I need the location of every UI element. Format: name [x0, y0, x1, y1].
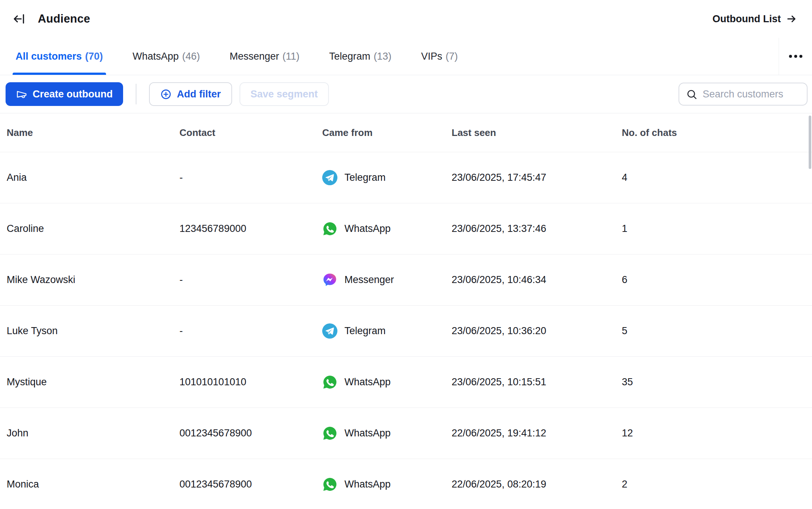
tabs-overflow-menu-button[interactable] [779, 38, 812, 75]
tab-label: WhatsApp [133, 51, 179, 62]
tab-all-customers[interactable]: All customers (70) [16, 38, 103, 75]
table-row[interactable]: Ania - Telegram 23/06/2025, 17:45:47 4 [0, 152, 812, 203]
create-outbound-button[interactable]: Create outbound [6, 82, 123, 106]
cell-no-of-chats: 12 [622, 428, 812, 439]
search-customers-field[interactable] [679, 83, 808, 106]
tab-count: (46) [182, 51, 200, 62]
channel-label: Telegram [344, 172, 386, 183]
tab-label: Telegram [329, 51, 370, 62]
cell-no-of-chats: 4 [622, 172, 812, 183]
page-title: Audience [38, 12, 90, 26]
tab-telegram[interactable]: Telegram (13) [329, 38, 392, 75]
arrow-right-icon [786, 13, 797, 24]
channel-label: Messenger [344, 274, 394, 286]
add-filter-button[interactable]: Add filter [149, 82, 232, 106]
cell-name: John [7, 428, 179, 439]
cell-came-from: Telegram [322, 323, 452, 339]
cell-no-of-chats: 5 [622, 325, 812, 337]
save-segment-label: Save segment [251, 89, 318, 100]
ellipsis-icon [789, 55, 792, 58]
cell-last-seen: 23/06/2025, 10:36:20 [452, 325, 622, 337]
ellipsis-icon [799, 55, 802, 58]
cell-contact: 0012345678900 [179, 479, 322, 490]
add-filter-label: Add filter [177, 89, 221, 100]
tab-label: VIPs [421, 51, 442, 62]
whatsapp-icon [322, 426, 337, 441]
cell-came-from: WhatsApp [322, 221, 452, 236]
cell-name: Monica [7, 479, 179, 490]
cell-last-seen: 23/06/2025, 13:37:46 [452, 223, 622, 234]
cell-name: Mystique [7, 376, 179, 388]
tab-count: (13) [374, 51, 392, 62]
channel-label: WhatsApp [344, 428, 391, 439]
cell-no-of-chats: 35 [622, 376, 812, 388]
tab-bar: All customers (70) WhatsApp (46) Messeng… [0, 38, 812, 75]
channel-label: WhatsApp [344, 223, 391, 234]
cell-contact: 123456789000 [179, 223, 322, 234]
cell-last-seen: 22/06/2025, 19:41:12 [452, 428, 622, 439]
toolbar: Create outbound Add filter Save segment [0, 75, 812, 113]
table-row[interactable]: Mike Wazowski - Messenger 23/06/2025, 10… [0, 254, 812, 306]
column-header-no-of-chats: No. of chats [622, 127, 812, 139]
table-row[interactable]: Luke Tyson - Telegram 23/06/2025, 10:36:… [0, 306, 812, 357]
cell-contact: - [179, 274, 322, 286]
channel-label: WhatsApp [344, 376, 391, 388]
cell-last-seen: 23/06/2025, 10:15:51 [452, 376, 622, 388]
cell-no-of-chats: 6 [622, 274, 812, 286]
cell-contact: 0012345678900 [179, 428, 322, 439]
outbound-list-label: Outbound List [713, 13, 781, 25]
cell-name: Caroline [7, 223, 179, 234]
cell-last-seen: 22/06/2025, 08:20:19 [452, 479, 622, 490]
toolbar-divider [136, 84, 136, 104]
column-header-came-from: Came from [322, 127, 452, 139]
cell-came-from: Telegram [322, 170, 452, 185]
cell-name: Ania [7, 172, 179, 183]
vertical-scrollbar-thumb[interactable] [809, 116, 811, 169]
tab-label: All customers [16, 51, 82, 62]
table-header-row: Name Contact Came from Last seen No. of … [0, 113, 812, 152]
cell-contact: - [179, 172, 322, 183]
column-header-name: Name [7, 127, 179, 139]
cell-name: Mike Wazowski [7, 274, 179, 286]
whatsapp-icon [322, 375, 337, 390]
tab-count: (11) [283, 51, 300, 62]
tab-vips[interactable]: VIPs (7) [421, 38, 458, 75]
cell-no-of-chats: 2 [622, 479, 812, 490]
whatsapp-icon [322, 221, 337, 236]
telegram-icon [322, 170, 337, 185]
tab-label: Messenger [230, 51, 279, 62]
telegram-icon [322, 323, 337, 339]
search-icon [686, 89, 697, 100]
search-input[interactable] [703, 89, 800, 100]
table-row[interactable]: Mystique 101010101010 WhatsApp 23/06/202… [0, 357, 812, 408]
whatsapp-icon [322, 477, 337, 492]
column-header-last-seen: Last seen [452, 127, 622, 139]
cell-last-seen: 23/06/2025, 10:46:34 [452, 274, 622, 286]
cell-came-from: WhatsApp [322, 477, 452, 492]
cell-contact: - [179, 325, 322, 337]
collapse-back-icon[interactable] [11, 10, 28, 27]
column-header-contact: Contact [179, 127, 322, 139]
megaphone-icon [16, 89, 27, 100]
page-header: Audience Outbound List [0, 0, 812, 38]
plus-circle-icon [160, 89, 172, 100]
tab-messenger[interactable]: Messenger (11) [230, 38, 300, 75]
table-row[interactable]: Monica 0012345678900 WhatsApp 22/06/2025… [0, 459, 812, 509]
table-row[interactable]: John 0012345678900 WhatsApp 22/06/2025, … [0, 408, 812, 459]
cell-no-of-chats: 1 [622, 223, 812, 234]
table-body: Ania - Telegram 23/06/2025, 17:45:47 4 C… [0, 152, 812, 509]
table-row[interactable]: Caroline 123456789000 WhatsApp 23/06/202… [0, 203, 812, 254]
cell-came-from: WhatsApp [322, 375, 452, 390]
create-outbound-label: Create outbound [33, 89, 113, 100]
channel-label: WhatsApp [344, 479, 391, 490]
tab-count: (70) [85, 51, 103, 62]
save-segment-button[interactable]: Save segment [240, 82, 329, 106]
tab-whatsapp[interactable]: WhatsApp (46) [133, 38, 200, 75]
outbound-list-link[interactable]: Outbound List [713, 13, 797, 25]
channel-label: Telegram [344, 325, 386, 337]
cell-contact: 101010101010 [179, 376, 322, 388]
messenger-icon [322, 272, 337, 287]
tab-count: (7) [446, 51, 458, 62]
cell-came-from: WhatsApp [322, 426, 452, 441]
cell-came-from: Messenger [322, 272, 452, 287]
